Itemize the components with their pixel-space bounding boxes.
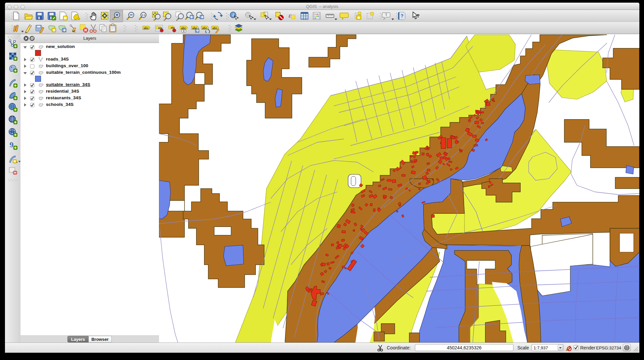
svg-text:abc: abc <box>143 26 149 30</box>
svg-text:?: ? <box>401 13 404 19</box>
svg-text:abc: abc <box>202 26 207 30</box>
svg-text:1:1: 1:1 <box>141 14 145 17</box>
svg-text:ε: ε <box>289 12 291 19</box>
svg-text:abc: abc <box>212 26 218 30</box>
svg-text:ab: ab <box>171 26 174 29</box>
svg-text:9: 9 <box>10 140 14 149</box>
svg-text:?: ? <box>417 13 420 19</box>
svg-text:T: T <box>385 13 387 17</box>
svg-text:i: i <box>232 12 234 17</box>
svg-text:abc: abc <box>181 26 186 30</box>
